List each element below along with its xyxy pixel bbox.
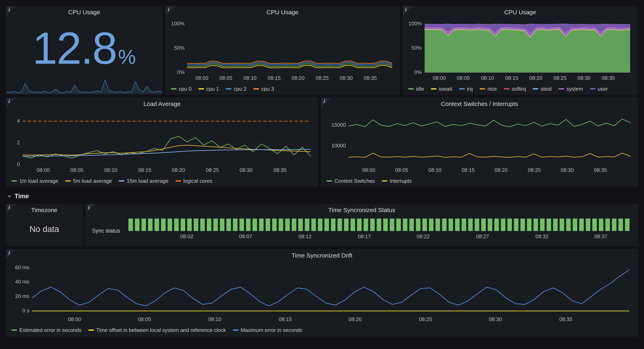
panel-info-corner[interactable] xyxy=(6,250,16,259)
legend-item[interactable]: idle xyxy=(408,86,424,92)
panel-info-corner[interactable] xyxy=(166,6,175,16)
panel-title[interactable]: Load Average xyxy=(6,98,318,110)
panel-title[interactable]: Time Syncronized Status xyxy=(86,204,638,216)
legend-label: irq xyxy=(467,86,473,92)
chevron-down-icon[interactable] xyxy=(7,194,12,199)
legend-swatch-icon xyxy=(327,180,332,182)
panel-time-drift: i Time Syncronized Drift Estimated error… xyxy=(6,249,638,337)
legend-item[interactable]: Maximum error in seconds xyxy=(233,327,302,333)
info-icon[interactable]: i xyxy=(88,205,90,210)
legend-item[interactable]: nice xyxy=(480,86,497,92)
legend-item[interactable]: 1m load average xyxy=(12,178,58,184)
panel-info-corner[interactable] xyxy=(403,6,412,16)
legend-label: idle xyxy=(416,86,424,92)
panel-title[interactable]: Context Switches / Interrupts xyxy=(322,98,638,110)
dashboard: i CPU Usage 12.8% i CPU Usage cpu 0cpu 1… xyxy=(0,0,644,340)
legend-item[interactable]: Interrupts xyxy=(382,178,412,184)
no-data-message: No data xyxy=(6,216,82,242)
panel-info-corner[interactable] xyxy=(6,98,16,108)
legend-label: Context Switches xyxy=(334,178,375,184)
panel-sync-status: i Time Syncronized Status Sync status xyxy=(86,204,638,246)
legend-swatch-icon xyxy=(504,88,510,89)
info-icon[interactable]: i xyxy=(8,250,10,256)
panel-info-corner[interactable] xyxy=(86,204,96,214)
stat-value-number: 12.8 xyxy=(32,23,116,73)
legend-swatch-icon xyxy=(198,88,204,89)
load-average-legend: 1m load average5m load average15m load a… xyxy=(6,175,318,186)
info-icon[interactable]: i xyxy=(324,98,325,104)
panel-title[interactable]: CPU Usage xyxy=(403,6,637,18)
load-average-chart[interactable] xyxy=(9,110,315,175)
panel-context-switches: i Context Switches / Interrupts Context … xyxy=(321,98,638,187)
legend-item[interactable]: softirq xyxy=(504,86,526,92)
legend-item[interactable]: Context Switches xyxy=(327,178,375,184)
legend-label: Interrupts xyxy=(390,178,412,184)
legend-label: softirq xyxy=(512,86,526,92)
cpu-modes-legend: idleiowaitirqnicesoftirqstealsystemuser xyxy=(403,83,637,93)
legend-item[interactable]: irq xyxy=(459,86,473,92)
legend-item[interactable]: steal xyxy=(533,86,552,92)
legend-label: cpu 3 xyxy=(261,86,274,92)
sync-status-timeline-chart[interactable] xyxy=(126,216,635,246)
legend-item[interactable]: iowait xyxy=(431,86,452,92)
panel-cpu-usage-stat: i CPU Usage 12.8% xyxy=(6,6,162,94)
legend-swatch-icon xyxy=(171,88,176,89)
row-header-label[interactable]: Time xyxy=(14,193,29,200)
legend-item[interactable]: cpu 1 xyxy=(198,86,219,92)
cpu-modes-chart[interactable] xyxy=(405,18,635,83)
legend-swatch-icon xyxy=(253,88,259,89)
legend-swatch-icon xyxy=(408,88,414,89)
legend-label: user xyxy=(598,86,608,92)
dashboard-row-4: i Time Syncronized Drift Estimated error… xyxy=(6,249,638,337)
info-icon[interactable]: i xyxy=(8,98,10,104)
cpu-sparkline-chart[interactable] xyxy=(6,75,162,94)
panel-cpu-usage-per-core: i CPU Usage cpu 0cpu 1cpu 2cpu 3 xyxy=(166,6,400,94)
legend-swatch-icon xyxy=(176,180,181,182)
legend-label: 1m load average xyxy=(19,178,58,184)
legend-swatch-icon xyxy=(226,88,232,89)
panel-info-corner[interactable] xyxy=(6,204,16,214)
legend-label: logical cores xyxy=(183,178,212,184)
panel-info-corner[interactable] xyxy=(322,98,331,108)
legend-swatch-icon xyxy=(558,88,564,89)
legend-item[interactable]: 5m load average xyxy=(65,178,112,184)
time-drift-chart[interactable] xyxy=(9,262,635,324)
legend-item[interactable]: cpu 2 xyxy=(226,86,246,92)
info-icon[interactable]: i xyxy=(168,7,169,12)
info-icon[interactable]: i xyxy=(405,7,406,12)
legend-label: Time offset in between local system and … xyxy=(96,327,226,333)
legend-item[interactable]: cpu 0 xyxy=(171,86,192,92)
legend-swatch-icon xyxy=(12,330,17,331)
legend-swatch-icon xyxy=(431,88,436,89)
legend-swatch-icon xyxy=(233,330,238,331)
panel-title[interactable]: Timezone xyxy=(6,204,82,216)
sync-status-axis-label: Sync status xyxy=(86,216,124,246)
legend-item[interactable]: cpu 3 xyxy=(253,86,274,92)
legend-label: cpu 0 xyxy=(179,86,192,92)
legend-item[interactable]: logical cores xyxy=(176,178,212,184)
legend-swatch-icon xyxy=(12,180,17,182)
panel-title[interactable]: CPU Usage xyxy=(6,6,162,18)
legend-item[interactable]: system xyxy=(558,86,583,92)
legend-label: steal xyxy=(540,86,552,92)
cpu-per-core-chart[interactable] xyxy=(168,18,397,83)
legend-item[interactable]: 15m load average xyxy=(119,178,168,184)
legend-swatch-icon xyxy=(119,180,124,182)
panel-title[interactable]: CPU Usage xyxy=(166,6,399,18)
dashboard-row-3: i Timezone No data i Time Syncronized St… xyxy=(6,204,638,246)
info-icon[interactable]: i xyxy=(8,7,10,12)
context-switches-chart[interactable] xyxy=(324,110,635,175)
legend-item[interactable]: Time offset in between local system and … xyxy=(88,327,226,333)
sync-status-body: Sync status xyxy=(86,216,638,246)
legend-label: iowait xyxy=(439,86,452,92)
panel-load-average: i Load Average 1m load average5m load av… xyxy=(6,98,318,187)
legend-label: cpu 2 xyxy=(234,86,246,92)
legend-swatch-icon xyxy=(88,330,94,331)
legend-item[interactable]: user xyxy=(590,86,608,92)
legend-item[interactable]: Estimated error in seconds xyxy=(12,327,82,333)
legend-swatch-icon xyxy=(590,88,596,89)
info-icon[interactable]: i xyxy=(8,205,10,210)
row-header-time[interactable]: Time xyxy=(7,193,638,200)
panel-title[interactable]: Time Syncronized Drift xyxy=(6,250,638,262)
panel-info-corner[interactable] xyxy=(6,6,16,16)
